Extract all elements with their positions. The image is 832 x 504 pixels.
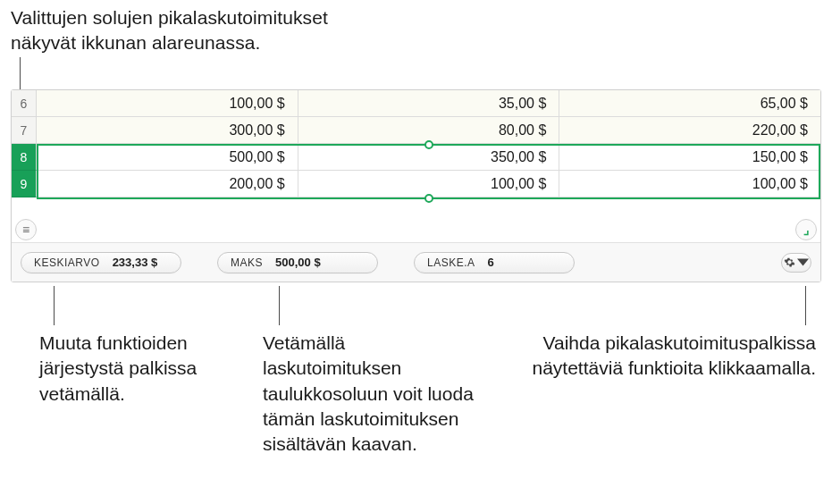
chevron-down-icon (797, 256, 809, 268)
row-header[interactable]: 6 (12, 90, 37, 117)
quickcalc-pill-average[interactable]: KESKIARVO 233,33 $ (21, 252, 181, 273)
gear-icon (784, 256, 795, 268)
leader-line (54, 286, 55, 325)
quickcalc-settings-button[interactable] (781, 253, 811, 273)
callout-change-functions: Vaihda pikalaskutoimituspalkissa näytett… (530, 331, 816, 382)
quickcalc-label: KESKIARVO (34, 256, 100, 269)
leader-line (279, 286, 280, 325)
quickcalc-label: MAKS (231, 256, 263, 269)
table-row[interactable]: 8 500,00 $ 350,00 $ 150,00 $ (12, 144, 820, 171)
table-row[interactable]: 9 200,00 $ 100,00 $ 100,00 $ (12, 171, 820, 197)
callout-reorder-functions: Muuta funktioiden järjestystä palkissa v… (39, 331, 227, 407)
quickcalc-value: 233,33 $ (113, 256, 158, 269)
hamburger-icon: ≡ (22, 223, 29, 237)
table-cell[interactable]: 150,00 $ (559, 144, 820, 171)
table-cell[interactable]: 100,00 $ (559, 171, 820, 197)
row-header[interactable]: 9 (12, 171, 37, 197)
sheet-corner-right-button[interactable]: ⌟ (795, 219, 817, 240)
table-cell[interactable]: 100,00 $ (298, 171, 560, 197)
table-cell[interactable]: 500,00 $ (37, 144, 298, 171)
quickcalc-value: 6 (488, 256, 494, 269)
leader-line (20, 57, 21, 89)
sheet-corner-left-button[interactable]: ≡ (15, 219, 37, 240)
quickcalc-pill-max[interactable]: MAKS 500,00 $ (217, 252, 378, 273)
quickcalc-bar: KESKIARVO 233,33 $ MAKS 500,00 $ LASKE.A… (12, 242, 820, 281)
table-cell[interactable]: 300,00 $ (37, 117, 298, 144)
table: 6 100,00 $ 35,00 $ 65,00 $ 7 300,00 $ 80… (12, 90, 820, 197)
quickcalc-value: 500,00 $ (275, 256, 321, 269)
callout-quickcalc-top: Valittujen solujen pikalaskutoimitukset … (11, 5, 328, 56)
spreadsheet-frame: 6 100,00 $ 35,00 $ 65,00 $ 7 300,00 $ 80… (11, 89, 821, 282)
quickcalc-pill-counta[interactable]: LASKE.A 6 (414, 252, 575, 273)
cell-corner-icon: ⌟ (803, 223, 810, 237)
table-cell[interactable]: 80,00 $ (298, 117, 560, 144)
table-cell[interactable]: 220,00 $ (559, 117, 820, 144)
row-header[interactable]: 7 (12, 117, 37, 144)
table-cell[interactable]: 350,00 $ (298, 144, 560, 171)
sheet-corner-row: ≡ ⌟ (12, 217, 820, 242)
table-cell[interactable]: 100,00 $ (37, 90, 298, 117)
table-cell[interactable]: 65,00 $ (559, 90, 820, 117)
table-row[interactable]: 6 100,00 $ 35,00 $ 65,00 $ (12, 90, 820, 117)
table-row[interactable]: 7 300,00 $ 80,00 $ 220,00 $ (12, 117, 820, 144)
leader-line (805, 286, 806, 325)
table-cell[interactable]: 200,00 $ (37, 171, 298, 197)
table-cell[interactable]: 35,00 $ (298, 90, 560, 117)
quickcalc-label: LASKE.A (427, 256, 475, 269)
callout-drag-to-cell: Vetämällä laskutoimituksen taulukkosoluu… (263, 331, 486, 458)
row-header[interactable]: 8 (12, 144, 37, 171)
